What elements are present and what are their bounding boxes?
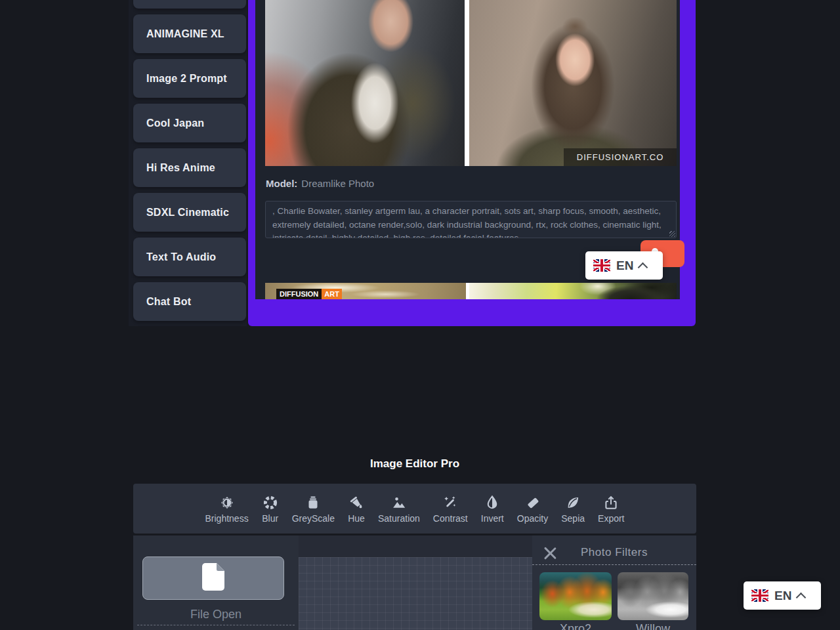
file-open-button[interactable] [142,556,284,600]
filter-thumb-xpro2[interactable] [539,572,612,620]
model-value: Dreamlike Photo [301,178,374,189]
result-strip-right [469,283,677,299]
sidebar-item-hi-res-anime[interactable]: Hi Res Anime [133,148,246,187]
greyscale-icon [304,494,322,511]
sepia-icon [564,494,581,511]
editor-title: Image Editor Pro [133,457,696,471]
model-label: Model: [266,178,297,189]
canvas-grid[interactable] [299,557,532,630]
tool-export[interactable]: Export [591,494,631,524]
uk-flag-icon [593,259,610,272]
tool-label: Invert [481,513,504,524]
sidebar-item-text-to-audio[interactable]: Text To Audio [133,238,246,276]
photo-filters-panel: Photo Filters Xpro2 Willow [532,536,696,630]
photo-filters-title: Photo Filters [532,546,696,559]
tool-blur[interactable]: Blur [255,494,285,524]
editor-toolbar: Brightness Blur GreyScale Hue Saturation… [133,484,696,534]
tool-greyscale[interactable]: GreyScale [285,494,341,524]
prompt-textarea[interactable]: , Charlie Bowater, stanley artgerm lau, … [265,201,677,238]
filter-label-willow: Willow [618,622,688,630]
sidebar-item-sdxl-cinematic[interactable]: SDXL Cinematic [133,193,246,232]
textarea-resize-handle[interactable] [669,231,675,237]
image-divider [465,0,469,166]
badge-art: ART [322,289,342,299]
result-strip-left: DIFFUSION ART [265,283,466,299]
sidebar: ANIMAGINE XL Image 2 Prompt Cool Japan H… [129,0,247,326]
uk-flag-icon [751,589,768,602]
filters-panel-divider [532,564,696,565]
brightness-icon [219,494,236,511]
file-icon [202,563,224,593]
tool-sepia[interactable]: Sepia [555,494,591,524]
opacity-icon [524,494,541,511]
export-icon [602,494,620,511]
file-panel: File Open [133,536,299,630]
sidebar-item-chat-bot[interactable]: Chat Bot [133,282,246,321]
generated-image-pair: DIFFUSIONART.CO [265,0,677,166]
generated-portrait-man [265,0,465,166]
tool-hue[interactable]: Hue [341,494,371,524]
filter-label-xpro2: Xpro2 [539,622,612,630]
hue-icon [348,494,365,511]
language-switcher-top[interactable]: EN [585,251,663,280]
model-row: Model: Dreamlike Photo [266,178,374,189]
tool-opacity[interactable]: Opacity [511,494,555,524]
watermark-text: DIFFUSIONART.CO [564,148,677,166]
sidebar-item-cool-japan[interactable]: Cool Japan [133,104,246,142]
tool-label: Export [598,513,624,524]
chevron-up-icon [796,592,807,602]
editor-canvas[interactable] [299,536,532,630]
badge-diffusion: DIFFUSION [276,289,322,299]
tool-label: Hue [348,513,365,524]
tool-label: Contrast [433,513,468,524]
tool-saturation[interactable]: Saturation [371,494,427,524]
sidebar-item-partial[interactable] [133,0,246,9]
tool-brightness[interactable]: Brightness [198,494,255,524]
diffusionart-badge: DIFFUSION ART [276,289,342,299]
tool-label: Sepia [561,513,585,524]
tool-label: Opacity [517,513,548,524]
invert-icon [484,494,501,511]
tool-label: Brightness [205,513,248,524]
saturation-icon [390,494,408,511]
file-open-label: File Open [133,608,299,621]
chevron-up-icon [638,262,648,272]
result-strip: DIFFUSION ART [265,283,677,299]
tool-invert[interactable]: Invert [474,494,511,524]
contrast-icon [442,494,459,511]
sidebar-item-animagine-xl[interactable]: ANIMAGINE XL [133,14,246,53]
sidebar-item-image-2-prompt[interactable]: Image 2 Prompt [133,59,246,98]
language-label: EN [616,259,633,273]
page: ANIMAGINE XL Image 2 Prompt Cool Japan H… [0,0,840,630]
tool-label: GreyScale [292,513,335,524]
tool-label: Blur [262,513,278,524]
blur-icon [262,494,279,511]
filter-thumb-willow[interactable] [618,572,688,620]
file-panel-divider [137,625,295,625]
tool-label: Saturation [378,513,420,524]
language-switcher-bottom[interactable]: EN [744,581,821,610]
generated-portrait-woman: DIFFUSIONART.CO [469,0,677,166]
language-label: EN [774,589,791,603]
tool-contrast[interactable]: Contrast [427,494,474,524]
